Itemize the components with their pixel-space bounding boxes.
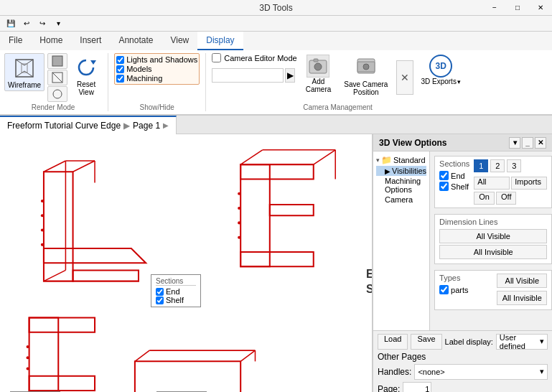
qat-menu[interactable]: ▾ [50, 17, 66, 30]
svg-point-12 [314, 63, 322, 70]
on-button[interactable]: On [474, 192, 495, 205]
sections-box-top-end: End [156, 287, 196, 296]
all-button[interactable]: All [474, 177, 510, 190]
sections-checkboxes: End Shelf [439, 171, 469, 191]
imports-button[interactable]: Imports [511, 177, 547, 190]
tab-home[interactable]: Home [31, 32, 71, 50]
sections-left: Sections End Shelf [439, 159, 469, 205]
reset-view-button[interactable]: ResetView [70, 53, 102, 98]
folder-icon: 📁 [381, 155, 392, 165]
lights-shadows-checkbox-row[interactable]: Lights and Shadows [116, 55, 197, 64]
end-checkbox[interactable] [439, 171, 449, 180]
render-mode-group: Wireframe [4, 53, 108, 111]
tree-expand-icon: ▾ [376, 157, 380, 164]
machining-checkbox-row[interactable]: Machining [116, 74, 197, 83]
svg-line-4 [16, 71, 24, 77]
shelf-checkbox[interactable] [439, 182, 449, 191]
drawing-canvas[interactable]: Sections End Shelf End Shelf End Shelf S… [0, 134, 373, 392]
qat-redo[interactable]: ↪ [34, 17, 50, 30]
end-checkbox-row: End [439, 171, 469, 180]
panel-close-btn[interactable]: ✕ [535, 137, 546, 149]
svg-point-34 [238, 236, 240, 239]
qat-save[interactable]: 💾 [3, 17, 19, 30]
panel-minimize-btn[interactable]: _ [522, 137, 533, 149]
options-panel: 3D View Options ▾ _ ✕ ▾ 📁 Standard ▶ Vis… [373, 134, 552, 392]
label-display-row: Label display: User defined ▾ [445, 334, 548, 350]
drawing-svg [0, 134, 372, 392]
render-btn-2[interactable] [47, 70, 67, 85]
all-invisible-types-btn[interactable]: All Invisible [497, 291, 547, 305]
maximize-button[interactable]: □ [506, 0, 529, 15]
3d-exports-button[interactable]: 3D 3D Exports ▾ [418, 53, 463, 87]
tab-annotate[interactable]: Annotate [110, 32, 162, 50]
save-button[interactable]: Save [411, 334, 441, 350]
svg-marker-10 [90, 60, 96, 65]
minimize-button[interactable]: − [483, 0, 506, 15]
models-checkbox-row[interactable]: Models [116, 65, 197, 73]
types-section: Types parts All Visible All Invisible [434, 270, 552, 310]
options-panel-title: 3D View Options [379, 138, 446, 148]
handles-dropdown[interactable]: <none> ▾ [414, 364, 548, 380]
camera-editor-mode-checkbox[interactable] [212, 53, 221, 62]
camera-dropdown[interactable] [212, 68, 284, 83]
render-btn-1[interactable] [47, 53, 67, 69]
lights-shadows-checkbox[interactable] [116, 56, 124, 64]
tree-machining-label: Machining Options [385, 177, 426, 194]
types-right-buttons: All Visible All Invisible [497, 274, 547, 307]
svg-line-2 [24, 60, 33, 65]
sections-shelf-checkbox-top[interactable] [156, 297, 164, 304]
panel-body: ▾ 📁 Standard ▶ Visibilities Machining Op… [373, 151, 552, 330]
doc-tab-label: Freeform Tutorial Curve Edge [7, 121, 121, 131]
panel-dropdown-btn[interactable]: ▾ [509, 137, 520, 149]
num-btn-2[interactable]: 2 [490, 159, 505, 172]
sections-right-controls: 1 2 3 All Imports On Off [474, 159, 547, 205]
sections-section: Sections End Shelf [434, 156, 552, 208]
load-save-row: Load Save Label display: User defined ▾ [378, 334, 548, 350]
doc-tab-bar: Freeform Tutorial Curve Edge ▶ Page 1 ▶ [0, 116, 552, 134]
models-checkbox[interactable] [116, 65, 124, 73]
item-icon: ▶ [385, 167, 390, 175]
camera-delete-button[interactable]: ✕ [396, 60, 413, 95]
parts-checkbox[interactable] [439, 285, 449, 294]
num-btn-1[interactable]: 1 [474, 159, 488, 172]
camera-dropdown-arrow[interactable]: ▶ [285, 68, 295, 83]
tree-item-camera[interactable]: Camera [376, 195, 426, 205]
wireframe-button[interactable]: Wireframe [4, 53, 45, 91]
all-visible-types-btn[interactable]: All Visible [497, 274, 547, 288]
off-button[interactable]: Off [496, 192, 516, 205]
save-camera-label: Save CameraPosition [344, 80, 388, 96]
tree-visibilities-label: Visibilities [392, 167, 426, 175]
close-button[interactable]: ✕ [529, 0, 552, 15]
shelf-checkbox-row: Shelf [439, 182, 469, 191]
quick-access-toolbar: 💾 ↩ ↪ ▾ [0, 16, 552, 32]
shelf-label: Shelf [451, 182, 469, 191]
tab-display[interactable]: Display [197, 32, 243, 50]
tree-item-machining[interactable]: Machining Options [376, 176, 426, 195]
doc-tab[interactable]: Freeform Tutorial Curve Edge ▶ Page 1 ▶ [0, 116, 177, 134]
label-display-dropdown[interactable]: User defined ▾ [496, 334, 548, 350]
all-invisible-dim-btn[interactable]: All Invisible [439, 245, 547, 259]
types-grid: Types parts All Visible All Invisible [439, 274, 547, 307]
tree-item-visibilities[interactable]: ▶ Visibilities [376, 166, 426, 176]
all-visible-dim-btn[interactable]: All Visible [439, 229, 547, 243]
svg-line-25 [44, 270, 65, 281]
render-btn-3[interactable] [47, 86, 67, 102]
tab-file[interactable]: File [0, 32, 31, 50]
tab-insert[interactable]: Insert [71, 32, 110, 50]
handles-value: <none> [418, 368, 444, 376]
exports-icon: 3D [429, 55, 452, 78]
sections-end-checkbox-top[interactable] [156, 288, 164, 296]
svg-line-39 [240, 350, 255, 361]
svg-point-32 [238, 207, 240, 210]
svg-rect-13 [314, 59, 318, 62]
qat-undo[interactable]: ↩ [19, 17, 34, 30]
add-camera-button[interactable]: AddCamera [301, 53, 336, 95]
machining-checkbox[interactable] [116, 75, 124, 83]
other-pages-label: Other Pages [378, 352, 426, 362]
tab-view[interactable]: View [162, 32, 197, 50]
tree-item-standard[interactable]: ▾ 📁 Standard [376, 154, 426, 166]
load-button[interactable]: Load [378, 334, 408, 350]
num-btn-3[interactable]: 3 [507, 159, 521, 172]
page-input[interactable] [403, 382, 431, 392]
save-camera-button[interactable]: Save CameraPosition [340, 53, 392, 98]
